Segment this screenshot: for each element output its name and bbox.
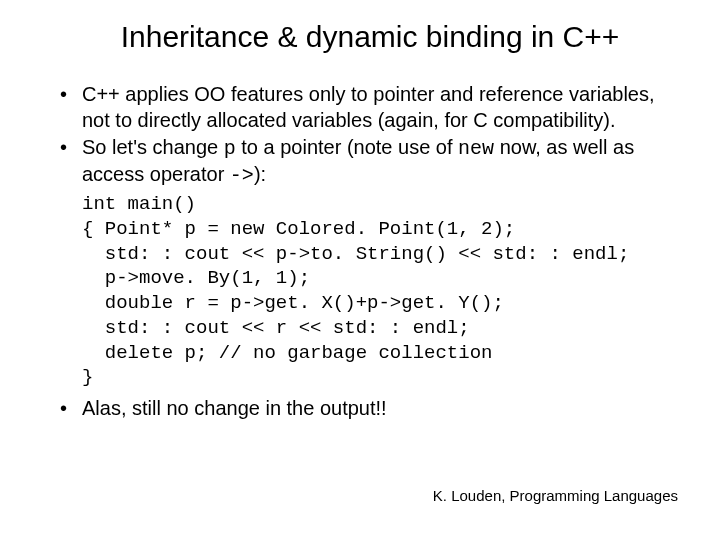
bullet-item: C++ applies OO features only to pointer … [58,82,680,133]
bullet-text: C++ applies OO features only to pointer … [82,83,655,131]
inline-code: p [224,137,236,160]
bullet-text: to a pointer (note use of [236,136,458,158]
inline-code: new [458,137,494,160]
bullet-list: C++ applies OO features only to pointer … [58,82,680,188]
bullet-item: Alas, still no change in the output!! [58,396,680,422]
footer-attribution: K. Louden, Programming Languages [433,487,678,504]
bullet-list: Alas, still no change in the output!! [58,396,680,422]
inline-code: -> [230,164,254,187]
code-block: int main() { Point* p = new Colored. Poi… [82,192,680,390]
bullet-text: Alas, still no change in the output!! [82,397,387,419]
bullet-text: So let's change [82,136,224,158]
slide-title: Inheritance & dynamic binding in C++ [60,20,680,54]
bullet-item: So let's change p to a pointer (note use… [58,135,680,188]
bullet-text: ): [254,163,266,185]
